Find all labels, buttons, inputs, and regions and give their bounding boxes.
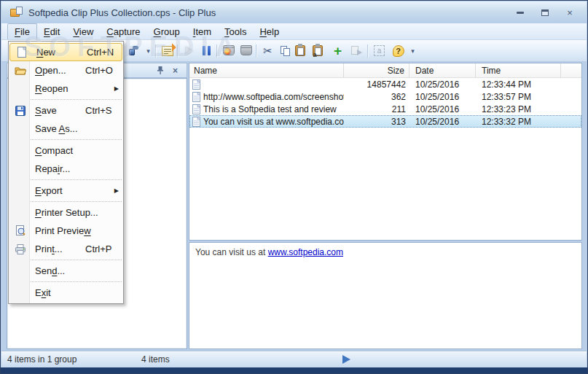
menu-item-print[interactable]: Print... Ctrl+P xyxy=(9,240,123,258)
new-document-icon xyxy=(13,47,31,58)
table-row[interactable]: 14857442 10/25/2016 12:33:44 PM xyxy=(189,78,581,90)
open-folder-icon xyxy=(12,66,29,75)
table-row-selected[interactable]: You can visit us at www.softpedia.com 31… xyxy=(189,115,581,128)
menu-shortcut: Ctrl+P xyxy=(85,244,111,254)
menu-edit[interactable]: Edit xyxy=(37,23,66,39)
copy-icon xyxy=(281,46,291,56)
preview-link[interactable]: www.softpedia.com xyxy=(268,247,343,257)
item-date: 10/25/2016 xyxy=(409,117,476,127)
column-header-date[interactable]: Date xyxy=(409,63,476,77)
window-frame-bottom xyxy=(1,367,587,373)
capture-stop-button[interactable] xyxy=(238,42,254,59)
item-date: 10/25/2016 xyxy=(409,79,476,90)
chevron-down-icon: ▾ xyxy=(146,47,150,55)
menu-help[interactable]: Help xyxy=(253,23,286,39)
menu-item-label: New xyxy=(36,47,55,58)
help-button[interactable]: ? xyxy=(390,42,407,59)
menu-item-send[interactable]: Send... xyxy=(9,262,123,280)
menu-item-printer-setup[interactable]: Printer Setup... xyxy=(9,203,123,222)
paste-as-text-button[interactable]: a xyxy=(309,42,326,59)
menu-item-save[interactable]: Save Ctrl+S xyxy=(9,101,123,120)
select-text-button[interactable]: a xyxy=(371,42,388,59)
play-button[interactable] xyxy=(181,42,197,59)
item-size: 14857442 xyxy=(344,79,409,90)
menu-item-label: Export xyxy=(35,185,63,196)
cut-button[interactable]: ✂ xyxy=(259,42,276,59)
status-play-icon[interactable] xyxy=(342,355,350,364)
item-time: 12:33:44 PM xyxy=(476,79,561,90)
plus-icon: + xyxy=(334,44,342,58)
find-options-dropdown[interactable]: ▾ xyxy=(144,42,153,59)
panel-close-button[interactable]: × xyxy=(173,66,178,75)
menu-item-open[interactable]: Open... Ctrl+O xyxy=(9,61,123,79)
add-item-button[interactable]: + xyxy=(329,42,346,59)
menu-bar: File Edit View Capture Group Item Tools … xyxy=(1,23,587,40)
status-items-groups: 4 items in 1 group xyxy=(7,354,77,365)
toolbar-separator xyxy=(155,44,156,58)
menu-file[interactable]: File xyxy=(7,23,37,39)
table-row[interactable]: http://www.softpedia.com/screenshot... 3… xyxy=(189,90,581,103)
item-time: 12:33:57 PM xyxy=(476,92,561,102)
menu-capture[interactable]: Capture xyxy=(100,23,146,39)
menu-item[interactable]: Item xyxy=(187,23,218,39)
pause-button[interactable] xyxy=(198,42,215,59)
menu-separator xyxy=(31,201,122,202)
send-item-button[interactable] xyxy=(348,42,364,59)
menu-item-print-preview[interactable]: Print Preview xyxy=(9,222,123,240)
maximize-button[interactable] xyxy=(537,7,553,18)
binoculars-icon xyxy=(129,46,142,55)
item-name: http://www.softpedia.com/screenshot... xyxy=(203,92,344,102)
menu-item-exit[interactable]: Exit xyxy=(9,284,123,302)
menu-item-save-as[interactable]: Save As... xyxy=(9,120,123,138)
menu-shortcut: Ctrl+S xyxy=(85,105,111,116)
preview-text: You can visit us at xyxy=(195,247,268,257)
find-button[interactable] xyxy=(127,42,144,59)
menu-item-label: Printer Setup... xyxy=(35,207,98,218)
menu-tools[interactable]: Tools xyxy=(218,23,253,39)
capture-start-button[interactable] xyxy=(220,42,237,59)
menu-item-new[interactable]: New Ctrl+N xyxy=(9,43,122,61)
menu-item-label: Save xyxy=(35,105,57,116)
menu-item-label: Exit xyxy=(35,287,51,298)
file-menu-popup: New Ctrl+N Open... Ctrl+O Reopen ▶ Save … xyxy=(8,41,124,304)
title-bar[interactable]: Softpedia Clip Plus Collection.cps - Cli… xyxy=(1,1,587,23)
paste-text-icon: a xyxy=(313,45,323,56)
document-icon xyxy=(192,92,201,102)
menu-item-compact[interactable]: Compact xyxy=(9,141,123,160)
menu-separator xyxy=(31,99,122,100)
pin-button[interactable] xyxy=(157,66,164,75)
capture-color-icon xyxy=(223,46,235,55)
capture-gray-icon xyxy=(240,46,252,55)
column-header-name[interactable]: Name xyxy=(189,63,344,77)
menu-separator xyxy=(31,281,122,282)
menu-view[interactable]: View xyxy=(66,23,100,39)
maximize-icon xyxy=(541,9,549,16)
document-icon xyxy=(192,104,201,114)
column-header-size[interactable]: Size xyxy=(344,63,409,77)
paste-button[interactable] xyxy=(291,42,308,59)
send-icon xyxy=(351,46,361,56)
menu-separator xyxy=(31,260,122,260)
pin-icon xyxy=(157,66,164,75)
menu-item-reopen[interactable]: Reopen ▶ xyxy=(9,79,123,98)
pause-icon xyxy=(203,46,211,55)
item-list-pane: Name Size Date Time 14857442 10/25/2016 … xyxy=(189,63,582,241)
properties-icon xyxy=(162,46,173,56)
item-size: 362 xyxy=(344,92,409,102)
app-icon xyxy=(10,7,23,18)
chevron-down-icon: ▾ xyxy=(411,47,415,55)
item-properties-button[interactable] xyxy=(159,42,176,59)
minimize-button[interactable] xyxy=(512,7,528,18)
toolbar-options-dropdown[interactable]: ▾ xyxy=(408,42,418,59)
item-name: This is a Softpedia test and review xyxy=(203,104,337,114)
table-row[interactable]: This is a Softpedia test and review 211 … xyxy=(189,103,581,115)
toolbar-separator xyxy=(256,44,256,58)
close-button[interactable]: × xyxy=(562,7,578,18)
menu-item-export[interactable]: Export ▶ xyxy=(9,182,123,200)
item-name: You can visit us at www.softpedia.com xyxy=(203,117,344,127)
toolbar-separator xyxy=(367,44,368,58)
menu-item-repair[interactable]: Repair... xyxy=(9,160,123,178)
column-header-time[interactable]: Time xyxy=(476,63,561,77)
window-title: Softpedia Clip Plus Collection.cps - Cli… xyxy=(28,7,216,18)
menu-group[interactable]: Group xyxy=(147,23,187,39)
